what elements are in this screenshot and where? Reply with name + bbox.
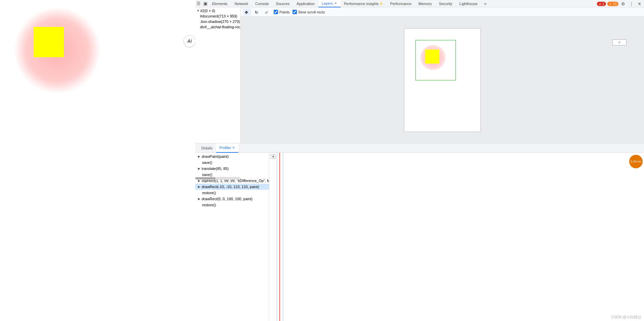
svg-text:⤢: ⤢ bbox=[265, 10, 268, 14]
expand-icon: ▶ bbox=[198, 167, 200, 170]
tab-layers[interactable]: Layers ✕ bbox=[318, 0, 341, 7]
svg-text:✥: ✥ bbox=[245, 10, 248, 14]
details-tab[interactable]: Details bbox=[198, 143, 216, 153]
layer-tree-item-root[interactable]: ▼ #2(0 × 0) bbox=[195, 8, 240, 13]
devtools-tabbar: ☰ ▣ Elements Network Console Sources App… bbox=[195, 0, 644, 7]
tab-security[interactable]: Security bbox=[436, 0, 456, 7]
close-layers-tab[interactable]: ✕ bbox=[334, 1, 337, 5]
bottom-section: Details Profiler ✕ ▶ drawPaint(paint) sa… bbox=[195, 143, 644, 321]
profiler-item-6[interactable]: restore() bbox=[195, 190, 269, 196]
inspect-element-icon[interactable]: ☰ bbox=[195, 0, 202, 7]
layer-tree-item-document[interactable]: #document(713 × 959) bbox=[195, 13, 240, 19]
bottom-tabs: Details Profiler ✕ bbox=[195, 143, 644, 153]
more-options-icon[interactable]: ⋮ bbox=[628, 0, 635, 7]
yellow-square bbox=[34, 27, 64, 57]
paints-checkbox[interactable] bbox=[274, 10, 278, 14]
page-horizontal-scrollbar[interactable] bbox=[195, 177, 241, 180]
layers-toolbar: ✥ ↻ ⤢ Paints Slow scroll rects bbox=[241, 7, 644, 17]
close-devtools-icon[interactable]: ✕ bbox=[636, 0, 643, 7]
layer-small-label: # bbox=[612, 39, 626, 45]
layer-tree-panel: ▼ #2(0 × 0) #document(713 × 959) .box-sh… bbox=[195, 7, 241, 149]
timeline-bar-blue-2 bbox=[283, 153, 283, 321]
pan-tool-button[interactable]: ✥ bbox=[243, 8, 251, 16]
profiler-content: ▶ drawPaint(paint) save() ▶ translate(85… bbox=[195, 153, 644, 321]
paints-checkbox-label[interactable]: Paints bbox=[274, 10, 290, 14]
reset-icon: ⤢ bbox=[265, 10, 270, 14]
timeline-bar-red bbox=[279, 153, 280, 321]
rotate-tool-button[interactable]: ↻ bbox=[253, 8, 261, 16]
timeline-bar-blue-1 bbox=[277, 153, 277, 321]
tab-application[interactable]: Application bbox=[293, 0, 318, 7]
profiler-timeline: ⏸ bbox=[269, 153, 644, 321]
slow-scroll-checkbox[interactable] bbox=[293, 10, 297, 14]
scrollbar-thumb[interactable] bbox=[195, 177, 215, 179]
layer-tree-item-aichat[interactable]: div#__aichat-floating-roc bbox=[195, 24, 240, 30]
warning-badge: ⚠ 10 bbox=[607, 2, 618, 6]
ai-chat-floating-button[interactable]: Ai bbox=[183, 35, 196, 47]
tab-performance-insights[interactable]: Performance insights ⚡ bbox=[341, 0, 387, 7]
tree-arrow: ▼ bbox=[197, 9, 200, 12]
svg-text:↻: ↻ bbox=[255, 10, 258, 14]
profiler-item-2[interactable]: ▶ translate(85, 85) bbox=[195, 166, 269, 172]
pan-icon: ✥ bbox=[245, 10, 249, 14]
profiler-item-5[interactable]: ▶ drawRect(-10, -10, 110, 110, paint) bbox=[195, 184, 269, 190]
tab-lighthouse[interactable]: Lighthouse bbox=[456, 0, 481, 7]
ms-badge: 0.39 ms bbox=[629, 155, 643, 168]
devtools-right-icons: ⚠ 1 ⚠ 10 ⚙ ⋮ ✕ bbox=[596, 0, 644, 7]
settings-icon[interactable]: ⚙ bbox=[620, 0, 626, 7]
layers-canvas: # bbox=[241, 17, 644, 143]
timeline-pause-button[interactable]: ⏸ bbox=[271, 154, 275, 159]
close-profiler-tab[interactable]: ✕ bbox=[232, 146, 235, 149]
expand-icon: ▶ bbox=[198, 197, 200, 201]
tab-elements[interactable]: Elements bbox=[209, 0, 231, 7]
profiler-tab[interactable]: Profiler ✕ bbox=[216, 143, 239, 153]
slow-scroll-checkbox-label[interactable]: Slow scroll rects bbox=[293, 10, 325, 14]
profiler-item-0[interactable]: ▶ drawPaint(paint) bbox=[195, 153, 269, 159]
tab-performance[interactable]: Performance bbox=[387, 0, 415, 7]
profiler-item-1[interactable]: save() bbox=[195, 159, 269, 166]
device-toolbar-icon[interactable]: ▣ bbox=[202, 0, 209, 7]
tab-network[interactable]: Network bbox=[231, 0, 252, 7]
layer-tree-item-box-shadow[interactable]: .box-shadow(270 × 270) bbox=[195, 19, 240, 24]
error-badge: ⚠ 1 bbox=[597, 2, 606, 6]
tab-console[interactable]: Console bbox=[252, 0, 272, 7]
expand-icon: ▶ bbox=[198, 155, 200, 158]
profiler-item-7[interactable]: ▶ drawRect(0, 0, 100, 100, paint) bbox=[195, 196, 269, 202]
watermark-text: CSDN @小白路过 bbox=[611, 315, 641, 320]
reset-transform-button[interactable]: ⤢ bbox=[264, 8, 271, 16]
tab-sources[interactable]: Sources bbox=[273, 0, 293, 7]
profiler-item-8[interactable]: restore() bbox=[195, 202, 269, 208]
tab-memory[interactable]: Memory bbox=[415, 0, 436, 7]
expand-icon: ▶ bbox=[198, 185, 200, 188]
layer-preview-box bbox=[404, 28, 481, 132]
layer-mini-yellow-square bbox=[425, 49, 439, 64]
more-tabs-icon[interactable]: » bbox=[482, 0, 488, 7]
rotate-icon: ↻ bbox=[255, 10, 260, 14]
